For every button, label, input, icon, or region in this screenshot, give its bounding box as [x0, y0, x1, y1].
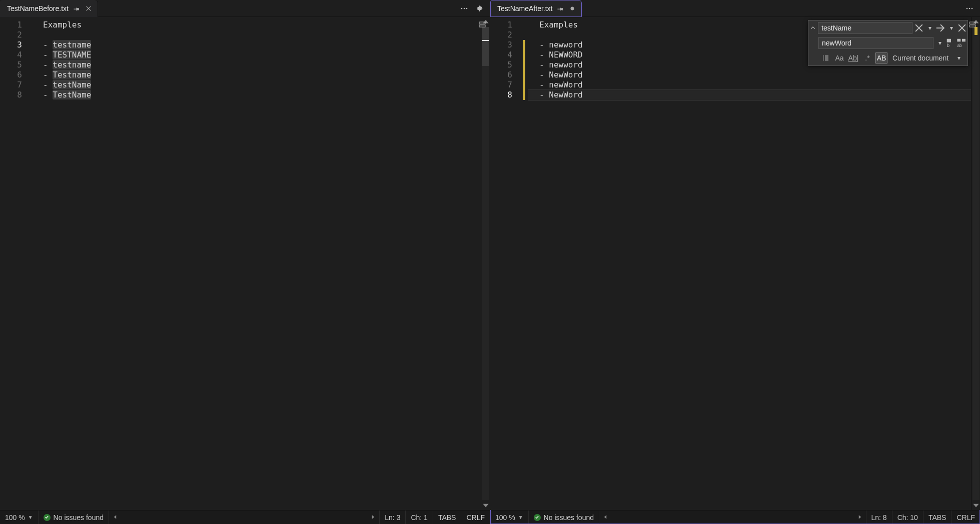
line-number: 2: [490, 30, 522, 40]
preserve-case-toggle[interactable]: AB: [875, 52, 887, 64]
scroll-right-icon[interactable]: [857, 514, 863, 522]
replace-input[interactable]: [818, 37, 933, 49]
indent-mode[interactable]: TABS: [433, 510, 461, 524]
scroll-down-icon[interactable]: [481, 501, 490, 510]
line-indicator[interactable]: Ln: 8: [866, 510, 892, 524]
scroll-down-icon[interactable]: [971, 501, 981, 510]
code-line[interactable]: - NewWord: [528, 90, 971, 100]
split-editor-icon[interactable]: [967, 19, 978, 30]
line-number: 4: [0, 50, 32, 60]
scroll-right-icon[interactable]: [370, 514, 376, 522]
code-line[interactable]: - testName: [32, 80, 481, 90]
column-indicator[interactable]: Ch: 10: [892, 510, 923, 524]
code-line[interactable]: [32, 30, 481, 40]
change-marker: [523, 60, 525, 70]
vertical-scrollbar[interactable]: [481, 17, 490, 510]
replace-next-icon[interactable]: [945, 37, 956, 49]
editor-pane-right: TestNameAfter.txt ▾ ▾: [490, 0, 980, 524]
code-area[interactable]: Examples- testname- TESTNAME- testname- …: [32, 17, 481, 510]
scope-list-icon[interactable]: [819, 52, 831, 64]
change-marker: [523, 90, 525, 100]
highlighted-text: Testname: [53, 70, 91, 80]
pin-icon[interactable]: [556, 4, 564, 12]
close-icon[interactable]: [85, 4, 93, 12]
line-number: 8: [490, 90, 522, 100]
line-indicator[interactable]: Ln: 3: [379, 510, 405, 524]
line-number: 3: [490, 40, 522, 50]
change-marker: [523, 80, 525, 90]
horizontal-scrollbar[interactable]: [109, 510, 379, 524]
regex-toggle[interactable]: .*: [861, 52, 873, 64]
line-number-gutter: 12345678: [490, 17, 522, 510]
horizontal-scrollbar[interactable]: [599, 510, 866, 524]
highlighted-text: TESTNAME: [53, 50, 91, 60]
editor-pane-left: TestNameBefore.txt 12345678 Examples- te…: [0, 0, 490, 524]
find-next-icon[interactable]: [935, 22, 946, 34]
chevron-down-icon[interactable]: ▾: [924, 22, 935, 34]
change-marker: [523, 50, 525, 60]
zoom-level[interactable]: 100 % ▼: [0, 510, 38, 524]
tab-label: TestNameBefore.txt: [7, 4, 69, 12]
unsaved-dot-icon[interactable]: [568, 4, 576, 12]
column-indicator[interactable]: Ch: 1: [405, 510, 432, 524]
zoom-level[interactable]: 100 % ▼: [490, 510, 528, 524]
code-line[interactable]: - NewWord: [528, 70, 971, 80]
issues-label: No issues found: [544, 514, 594, 522]
scroll-left-icon[interactable]: [112, 514, 118, 522]
line-number: 1: [0, 20, 32, 30]
eol-mode[interactable]: CRLF: [461, 510, 490, 524]
match-case-toggle[interactable]: Aa: [833, 52, 845, 64]
search-input[interactable]: [818, 22, 912, 34]
collapse-icon[interactable]: [808, 25, 817, 31]
search-scope-label[interactable]: Current document: [889, 54, 951, 62]
scroll-thumb[interactable]: [482, 27, 489, 66]
scroll-caret-marker: [482, 40, 489, 41]
issues-status[interactable]: No issues found: [528, 510, 599, 524]
whole-word-toggle[interactable]: Ab|: [847, 52, 859, 64]
editor-right[interactable]: 12345678 Examples- newword- NEWWORD- new…: [490, 17, 980, 510]
code-line[interactable]: Examples: [32, 20, 481, 30]
check-icon: [534, 514, 541, 521]
line-number: 1: [490, 20, 522, 30]
line-number: 2: [0, 30, 32, 40]
more-icon[interactable]: [459, 3, 470, 14]
line-number: 6: [0, 70, 32, 80]
tab-testnameafter[interactable]: TestNameAfter.txt: [490, 0, 582, 17]
split-editor-icon[interactable]: [477, 19, 488, 30]
highlighted-text: testname: [53, 40, 91, 50]
chevron-down-icon: ▼: [518, 514, 523, 520]
line-number: 5: [0, 60, 32, 70]
change-indicator-bar: [522, 17, 528, 510]
code-line[interactable]: - newWord: [528, 80, 971, 90]
highlighted-text: TestName: [53, 90, 91, 100]
line-number: 8: [0, 90, 32, 100]
tabstrip-right: TestNameAfter.txt: [490, 0, 980, 17]
code-line[interactable]: - testname: [32, 60, 481, 70]
eol-mode[interactable]: CRLF: [951, 510, 980, 524]
chevron-down-icon[interactable]: ▾: [934, 37, 945, 49]
line-number: 4: [490, 50, 522, 60]
code-line[interactable]: - TESTNAME: [32, 50, 481, 60]
chevron-down-icon[interactable]: ▾: [953, 52, 964, 64]
check-icon: [44, 514, 51, 521]
line-number: 3: [0, 40, 32, 50]
issues-status[interactable]: No issues found: [38, 510, 109, 524]
pin-icon[interactable]: [73, 4, 81, 12]
replace-all-icon[interactable]: [956, 37, 967, 49]
vertical-scrollbar[interactable]: [971, 17, 980, 510]
tab-testnamebefore[interactable]: TestNameBefore.txt: [0, 0, 98, 17]
editor-left[interactable]: 12345678 Examples- testname- TESTNAME- t…: [0, 17, 490, 510]
find-replace-panel: ▾ ▾ ▾ Aa Ab| .* AB Current document ▾: [808, 20, 968, 66]
change-marker: [523, 40, 525, 50]
indent-mode[interactable]: TABS: [923, 510, 951, 524]
line-number: 5: [490, 60, 522, 70]
code-area[interactable]: Examples- newword- NEWWORD- newword- New…: [528, 17, 971, 510]
code-line[interactable]: - testname: [32, 40, 481, 50]
gear-icon[interactable]: [474, 3, 485, 14]
scroll-track[interactable]: [972, 27, 979, 500]
code-line[interactable]: - TestName: [32, 90, 481, 100]
close-icon[interactable]: [913, 22, 924, 34]
scroll-left-icon[interactable]: [602, 514, 608, 522]
scroll-track[interactable]: [482, 27, 489, 500]
code-line[interactable]: - Testname: [32, 70, 481, 80]
